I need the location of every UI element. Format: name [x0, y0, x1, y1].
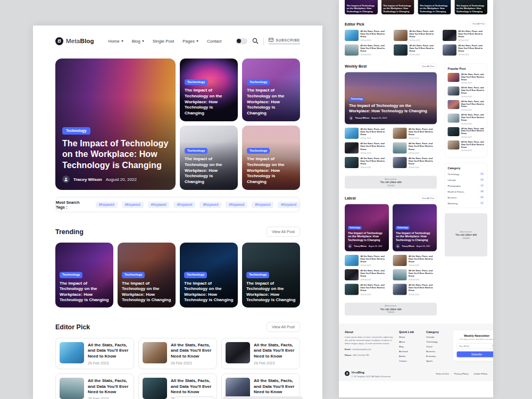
editor-pick-card[interactable]: All the Stats, Facts, and Data You'll Ev…: [345, 44, 389, 55]
trending-post-card[interactable]: Technology The Impact of Technology on t…: [180, 243, 238, 307]
category-badge[interactable]: Technology: [184, 272, 207, 278]
author-name[interactable]: Tracey Wilson: [354, 245, 367, 247]
phone-value[interactable]: 880 123 456 789: [353, 354, 369, 356]
editor-pick-card[interactable]: All the Stats, Facts, and Data You'll Ev…: [443, 30, 487, 41]
ad-box[interactable]: Advertisement You can place ads 250x360: [445, 213, 487, 256]
hero-post-card[interactable]: Technology The Impact of Technology on t…: [242, 59, 300, 121]
weekly-best-item[interactable]: All the Stats, Facts, and Data You'll Ev…: [345, 143, 389, 154]
search-tag-pill[interactable]: #Keyword: [122, 202, 144, 208]
trending-post-card[interactable]: Technology The Impact of Technology on t…: [55, 243, 113, 307]
author-name[interactable]: Tracey Wilson: [355, 117, 370, 120]
latest-post-card[interactable]: Technology The Impact of Technology on t…: [393, 204, 437, 251]
newsletter-email-input[interactable]: [457, 343, 494, 349]
category-badge[interactable]: Technology: [247, 148, 270, 154]
search-tag-pill[interactable]: #Keyword: [148, 202, 170, 208]
weekly-best-item[interactable]: All the Stats, Facts, and Data You'll Ev…: [393, 157, 437, 168]
footer-link-about[interactable]: About: [399, 340, 421, 343]
footer-link-archived[interactable]: Archived: [399, 350, 421, 353]
newsletter-subscribe-button[interactable]: Subscribe: [457, 352, 494, 358]
latest-post-card[interactable]: Technology The Impact of Technology on t…: [345, 204, 389, 251]
author-name[interactable]: Tracey Wilson: [402, 245, 415, 247]
footer-link-blog[interactable]: Blog: [399, 345, 421, 348]
author-name[interactable]: Tracey Wilson: [73, 177, 102, 182]
logo[interactable]: B MetaBlog: [55, 37, 94, 45]
weekly-best-item[interactable]: All the Stats, Facts, and Data You'll Ev…: [393, 128, 437, 139]
editor-pick-card[interactable]: All the Stats, Facts, and Data You'll Ev…: [345, 30, 389, 41]
latest-item[interactable]: All the Stats, Facts, and Data You'll Ev…: [345, 284, 389, 295]
featured-post-card[interactable]: Technology The Impact of Technology on t…: [55, 59, 176, 190]
footer-link-home[interactable]: Home: [399, 336, 421, 338]
category-item-health-fitness[interactable]: Health & Fitness08: [448, 190, 485, 193]
email-value[interactable]: info@jstemplate.net: [352, 348, 371, 351]
editor-pick-card[interactable]: All the Stats, Facts, and Data You'll Ev…: [138, 338, 217, 369]
nav-home[interactable]: Home: [108, 39, 123, 44]
trending-post-card[interactable]: Technology The Impact of Technology on t…: [242, 243, 300, 307]
weekly-best-item[interactable]: All the Stats, Facts, and Data You'll Ev…: [393, 143, 437, 154]
hero-post-card[interactable]: Technology The Impact of Technology on t…: [180, 59, 238, 121]
trending-post-card[interactable]: The Impact of Technology on the Workplac…: [454, 0, 487, 14]
weekly-best-item[interactable]: All the Stats, Facts, and Data You'll Ev…: [345, 128, 389, 139]
editor-pick-card[interactable]: All the Stats, Facts, and Data You'll Ev…: [443, 44, 487, 55]
search-tag-pill[interactable]: #Keyword: [96, 202, 118, 208]
popular-post-item[interactable]: All the Stats, Facts, and Data You'll Ev…: [448, 100, 485, 111]
category-badge[interactable]: Technology: [247, 79, 270, 85]
terms-of-use-link[interactable]: Terms of Use: [436, 372, 449, 375]
category-item-technology[interactable]: Technology05: [448, 172, 485, 176]
search-tag-pill[interactable]: #Keyword: [278, 202, 300, 208]
nav-blog[interactable]: Blog: [132, 39, 144, 44]
view-all-post-button[interactable]: View All Post: [419, 64, 437, 69]
footer-link-lifestyle[interactable]: Lifestyle: [426, 336, 448, 338]
category-item-business[interactable]: Business09: [448, 196, 485, 199]
popular-post-item[interactable]: All the Stats, Facts, and Data You'll Ev…: [448, 87, 485, 97]
search-tag-pill[interactable]: #Keyword: [226, 202, 247, 208]
cookie-policy-link[interactable]: Cookie Policy: [473, 372, 487, 375]
footer-link-economy[interactable]: Economy: [426, 355, 448, 358]
trending-post-card[interactable]: Technology The Impact of Technology on t…: [118, 243, 176, 307]
trending-post-card[interactable]: The Impact of Technology on the Workplac…: [381, 0, 414, 14]
editor-pick-card[interactable]: All the Stats, Facts, and Data You'll Ev…: [221, 338, 300, 369]
popular-post-item[interactable]: All the Stats, Facts, and Data You'll Ev…: [448, 73, 485, 84]
search-tag-pill[interactable]: #Keyword: [173, 202, 195, 208]
category-badge[interactable]: Technology: [348, 226, 361, 229]
footer-link-author[interactable]: Author: [399, 355, 421, 358]
footer-link-travel[interactable]: Travel: [426, 345, 448, 348]
latest-item[interactable]: All the Stats, Facts, and Data You'll Ev…: [393, 255, 437, 266]
footer-logo[interactable]: B MetaBlog © JS Template 2023. All Right…: [345, 370, 391, 378]
nav-contact[interactable]: Contact: [207, 39, 222, 44]
search-tag-pill[interactable]: #Keyword: [200, 202, 221, 208]
trending-post-card[interactable]: The Impact of Technology on the Workplac…: [345, 0, 378, 14]
footer-link-technology[interactable]: Technology: [426, 340, 448, 343]
editor-pick-card[interactable]: All the Stats, Facts, and Data You'll Ev…: [394, 44, 438, 55]
hero-post-card[interactable]: Technology The Impact of Technology on t…: [180, 126, 238, 190]
ad-banner[interactable]: Advertisement You can place ads 750x100: [345, 303, 437, 315]
privacy-policy-link[interactable]: Privacy Policy: [454, 372, 468, 375]
trending-post-card[interactable]: The Impact of Technology on the Workplac…: [418, 0, 451, 14]
nav-single-post[interactable]: Single Post: [153, 39, 174, 44]
view-all-post-button[interactable]: View All Post: [419, 195, 437, 201]
ad-banner[interactable]: Advertisement You can place ads 750x100: [345, 176, 437, 188]
weekly-best-item[interactable]: All the Stats, Facts, and Data You'll Ev…: [345, 157, 389, 168]
popular-post-item[interactable]: All the Stats, Facts, and Data You'll Ev…: [448, 127, 485, 138]
category-item-lifestyle[interactable]: Lifestyle04: [448, 178, 485, 181]
editor-pick-card[interactable]: All the Stats, Facts, and Data You'll Ev…: [138, 373, 217, 399]
latest-item[interactable]: All the Stats, Facts, and Data You'll Ev…: [393, 284, 437, 295]
category-badge[interactable]: Technology: [122, 272, 145, 278]
search-tag-pill[interactable]: #Keyword: [252, 202, 273, 208]
footer-link-contact[interactable]: Contact: [399, 360, 421, 362]
search-icon[interactable]: [252, 38, 259, 44]
category-badge[interactable]: Technology: [246, 272, 269, 278]
nav-pages[interactable]: Pages: [182, 39, 198, 44]
subscribe-button[interactable]: SUBSCRIBE: [269, 38, 300, 44]
category-item-marketing[interactable]: Marketing07: [448, 202, 485, 205]
popular-post-item[interactable]: All the Stats, Facts, and Data You'll Ev…: [448, 140, 485, 151]
latest-item[interactable]: All the Stats, Facts, and Data You'll Ev…: [393, 269, 437, 280]
category-item-photography[interactable]: Photography11: [448, 184, 485, 187]
popular-post-item[interactable]: All the Stats, Facts, and Data You'll Ev…: [448, 113, 485, 124]
editor-pick-card[interactable]: All the Stats, Facts, and Data You'll Ev…: [55, 338, 134, 369]
editor-pick-card[interactable]: All the Stats, Facts, and Data You'll Ev…: [55, 373, 134, 399]
category-badge[interactable]: Technology: [349, 97, 364, 101]
footer-link-sports[interactable]: Sports: [426, 360, 448, 362]
view-all-post-button[interactable]: View All Post: [267, 227, 300, 237]
footer-link-business[interactable]: Business: [426, 350, 448, 353]
weekly-best-featured-card[interactable]: Technology The Impact of Technology on t…: [345, 72, 437, 124]
